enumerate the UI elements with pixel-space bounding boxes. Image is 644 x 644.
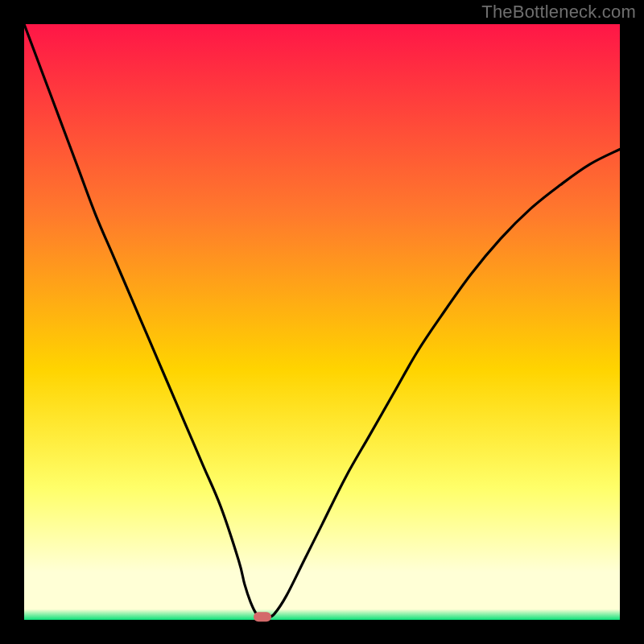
chart-svg <box>0 0 644 644</box>
chart-frame: TheBottleneck.com <box>0 0 644 644</box>
optimal-marker <box>254 612 271 621</box>
plot-background <box>24 24 620 620</box>
watermark-text: TheBottleneck.com <box>481 2 636 23</box>
